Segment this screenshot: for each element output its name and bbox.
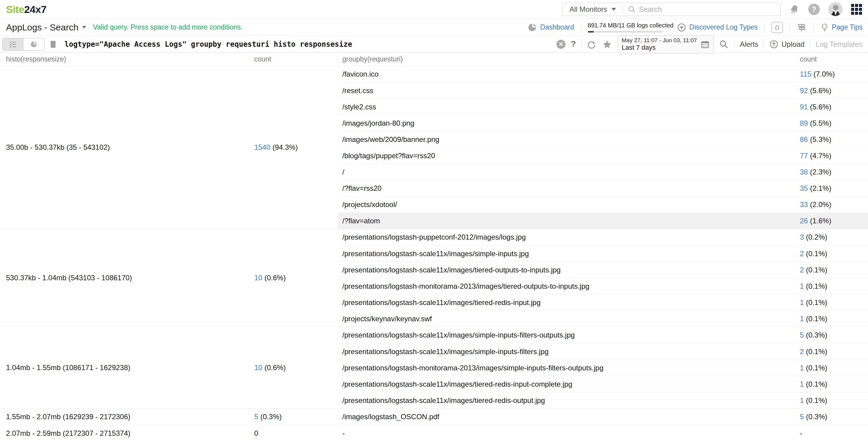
log-templates-button[interactable]: Log Templates — [815, 40, 863, 48]
count-link[interactable]: 26 — [800, 217, 808, 225]
count-link[interactable]: 86 — [800, 135, 808, 143]
table-row[interactable]: /presentations/logstash-scale11x/images/… — [338, 294, 868, 310]
table-row[interactable]: /38(2.3%) — [338, 164, 868, 180]
count-link[interactable]: 89 — [800, 119, 808, 127]
count-link[interactable]: 5 — [254, 413, 258, 421]
count-cell: 77(4.7%) — [799, 151, 868, 160]
table-row[interactable]: /?flav=rss2035(2.1%) — [338, 180, 868, 196]
count-link[interactable]: 35 — [800, 184, 808, 192]
count-link[interactable]: 77 — [800, 151, 808, 160]
count-link[interactable]: 1 — [800, 396, 804, 404]
dashboard-link[interactable]: Dashboard — [528, 23, 574, 32]
count-percent: (2.3%) — [810, 168, 832, 176]
table-row[interactable]: /projects/xdotool/33(2.0%) — [338, 196, 868, 212]
table-row[interactable]: /images/web/2009/banner.png86(5.3%) — [338, 131, 868, 147]
requesturi-cell: /presentations/logstash-scale11x/images/… — [338, 347, 799, 356]
page-tips-link[interactable]: Page Tips — [820, 23, 863, 32]
count-percent: (0.1%) — [806, 282, 827, 290]
count-link[interactable]: 92 — [800, 87, 808, 95]
site24x7-logo[interactable]: Site24x7 — [6, 4, 46, 15]
count-link[interactable]: 3 — [800, 233, 804, 241]
divider — [813, 24, 814, 31]
search-input[interactable] — [639, 5, 775, 13]
requesturi-cell: /projects/xdotool/ — [338, 200, 799, 209]
count-link[interactable]: 91 — [800, 103, 808, 111]
table-row[interactable]: /presentations/logstash-puppetconf-2012/… — [338, 229, 868, 245]
favorite-star-icon[interactable] — [602, 39, 612, 49]
count-cell: 1(0.1%) — [799, 315, 868, 323]
count-link[interactable]: 2 — [800, 347, 804, 356]
search-icon — [628, 5, 636, 13]
histo-count-cell: 1540(94.3%) — [253, 66, 338, 229]
help-icon[interactable]: ? — [808, 4, 820, 15]
count-link[interactable]: 1540 — [254, 143, 270, 151]
count-link[interactable]: 2 — [800, 249, 804, 258]
table-row[interactable]: /presentations/logstash-monitorama-2013/… — [338, 278, 868, 294]
table-row[interactable]: /style2.css91(5.6%) — [338, 99, 868, 115]
count-link[interactable]: 10 — [254, 364, 262, 372]
table-row[interactable]: /reset.css92(5.6%) — [338, 82, 868, 99]
count-link[interactable]: 2 — [800, 266, 804, 274]
page-tips-label: Page Tips — [832, 23, 863, 31]
count-link[interactable]: 38 — [800, 168, 808, 176]
count-link[interactable]: 1 — [800, 380, 804, 388]
count-percent: (7.0%) — [813, 70, 835, 78]
discovered-log-types-link[interactable]: Discovered Log Types — [677, 23, 758, 32]
upload-button[interactable]: Upload — [769, 40, 804, 49]
monitor-scope-dropdown[interactable]: All Monitors — [563, 3, 623, 16]
histo-group: 1.04mb - 1.55mb (1086171 - 1629238)10(0.… — [0, 327, 868, 409]
saved-queries-book-icon[interactable] — [49, 40, 57, 49]
table-row[interactable]: /blog/tags/puppet?flav=rss2077(4.7%) — [338, 147, 868, 164]
table-row[interactable]: /presentations/logstash-scale11x/images/… — [338, 245, 868, 262]
run-search-icon[interactable] — [719, 39, 728, 49]
signpost-icon[interactable] — [797, 22, 807, 33]
home-icon[interactable] — [772, 22, 783, 33]
list-view-button[interactable] — [3, 38, 24, 50]
count-percent: (0.1%) — [806, 249, 827, 258]
table-row[interactable]: /?flav=atom26(1.6%) — [338, 212, 868, 229]
page-title-dropdown[interactable]: AppLogs - Search — [6, 22, 86, 33]
chart-view-button[interactable] — [24, 38, 44, 50]
table-row[interactable]: /favicon.ico115(7.0%) — [338, 66, 868, 82]
chevron-down-icon — [82, 26, 86, 29]
query-help-icon[interactable]: ? — [571, 39, 576, 49]
table-row[interactable]: /presentations/logstash-scale11x/images/… — [338, 262, 868, 278]
histo-range-cell: 1.55mb - 2.07mb (1629239 - 2172306) — [0, 409, 253, 425]
divider — [764, 40, 764, 48]
count-link[interactable]: 10 — [254, 274, 262, 282]
apps-grid-icon[interactable] — [851, 4, 862, 15]
requesturi-cell: - — [338, 429, 799, 438]
count-cell: 1(0.1%) — [799, 364, 868, 372]
share-export-icon[interactable] — [587, 39, 596, 49]
table-row[interactable]: /presentations/logstash-scale11x/images/… — [338, 343, 868, 360]
table-row[interactable]: /presentations/logstash-scale11x/images/… — [338, 376, 868, 392]
requesturi-cell: /?flav=atom — [338, 217, 799, 225]
table-row[interactable]: -- — [338, 425, 868, 440]
count-link[interactable]: 1 — [800, 315, 804, 323]
table-row[interactable]: /images/logstash_OSCON.pdf5(0.3%) — [338, 409, 868, 425]
date-range-text: May 27, 11:07 - Jun 03, 11:07 — [622, 37, 697, 44]
table-row[interactable]: /projects/keynav/keynav.swf1(0.1%) — [338, 310, 868, 327]
count-link[interactable]: 1 — [800, 298, 804, 306]
time-range-picker[interactable]: May 27, 11:07 - Jun 03, 11:07 Last 7 day… — [618, 35, 714, 53]
count-link[interactable]: 1 — [800, 282, 804, 290]
table-row[interactable]: /presentations/logstash-scale11x/images/… — [338, 327, 868, 343]
user-avatar[interactable] — [828, 2, 843, 16]
group-rows: /presentations/logstash-scale11x/images/… — [338, 327, 868, 408]
group-rows: /favicon.ico115(7.0%)/reset.css92(5.6%)/… — [338, 66, 868, 229]
alerts-button[interactable]: Alerts — [740, 40, 758, 48]
count-link[interactable]: 33 — [800, 200, 808, 208]
divider — [810, 40, 810, 48]
requesturi-cell: /presentations/logstash-scale11x/images/… — [338, 249, 799, 258]
clear-query-icon[interactable]: ✕ — [556, 40, 565, 49]
table-row[interactable]: /presentations/logstash-scale11x/images/… — [338, 392, 868, 408]
query-input[interactable]: logtype="Apache Access Logs" groupby req… — [65, 40, 556, 48]
count-link[interactable]: 5 — [800, 413, 804, 421]
table-row[interactable]: /presentations/logstash-monitorama-2013/… — [338, 360, 868, 376]
count-link[interactable]: 115 — [800, 70, 811, 78]
query-status-message: Valid query. Press space to add more con… — [93, 23, 243, 31]
notifications-bell-icon[interactable] — [789, 4, 800, 15]
count-link[interactable]: 1 — [800, 364, 804, 372]
count-link[interactable]: 5 — [800, 331, 804, 339]
table-row[interactable]: /images/jordan-80.png89(5.5%) — [338, 115, 868, 131]
